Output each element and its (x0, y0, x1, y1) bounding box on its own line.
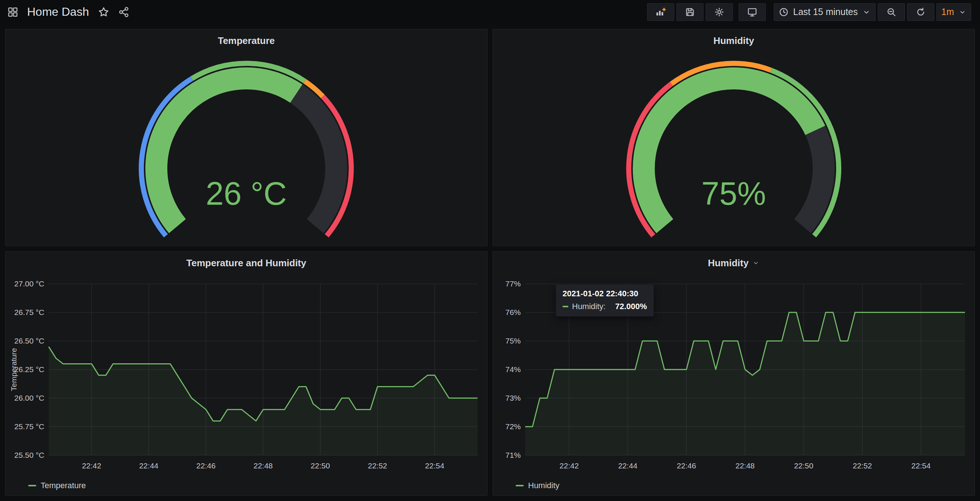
refresh-interval-picker[interactable]: 1m (936, 3, 971, 21)
zoom-out-time-button[interactable] (878, 3, 905, 21)
svg-text:22:52: 22:52 (368, 461, 387, 470)
svg-text:22:48: 22:48 (735, 461, 755, 470)
time-range-label: Last 15 minutes (793, 6, 858, 17)
svg-text:73%: 73% (505, 394, 521, 402)
svg-text:75%: 75% (505, 337, 521, 345)
navbar: Home Dash (0, 0, 980, 24)
svg-text:22:52: 22:52 (853, 461, 872, 470)
svg-text:26.00 °C: 26.00 °C (14, 394, 44, 402)
dashboard-grid-icon[interactable] (7, 6, 18, 17)
refresh-button[interactable] (907, 3, 934, 21)
tooltip-timestamp: 2021-01-02 22:40:30 (563, 289, 647, 299)
temperature-gauge: 26 °C (5, 52, 487, 246)
svg-text:22:46: 22:46 (677, 461, 696, 470)
save-dashboard-button[interactable] (676, 3, 703, 21)
share-icon[interactable] (118, 6, 129, 17)
refresh-interval-label: 1m (941, 6, 954, 17)
chevron-down-icon (958, 8, 966, 16)
panel-title-humidity-series[interactable]: Humidity (493, 251, 975, 274)
svg-text:72%: 72% (505, 422, 521, 431)
panel-title-text: Temperature and Humidity (186, 258, 306, 269)
panel-title-text: Humidity (713, 35, 754, 46)
chevron-down-icon (862, 8, 871, 16)
panel-title-temperature[interactable]: Temperature (5, 29, 487, 52)
panel-title-temperature-series[interactable]: Temperature and Humidity (5, 251, 487, 274)
legend-dash (515, 485, 524, 486)
svg-text:74%: 74% (505, 365, 521, 374)
legend-label[interactable]: Temperature (41, 481, 86, 490)
svg-text:77%: 77% (505, 280, 521, 288)
legend-humidity[interactable]: Humidity (493, 476, 975, 496)
panel-humidity-series: Humidity 2021-01-02 22:40:30 Humidity: 7… (493, 251, 975, 496)
star-icon[interactable] (98, 6, 110, 18)
svg-text:76%: 76% (505, 308, 521, 317)
add-panel-button[interactable] (647, 3, 674, 21)
panel-temperature-gauge: Temperature 26 °C (5, 29, 487, 246)
svg-text:22:54: 22:54 (425, 461, 445, 470)
svg-text:22:44: 22:44 (618, 461, 638, 470)
panel-temperature-series: Temperature and Humidity 25.50 °C25.75 °… (5, 251, 487, 496)
legend-temperature[interactable]: Temperature (5, 476, 487, 496)
svg-text:22:44: 22:44 (139, 461, 159, 470)
svg-text:22:42: 22:42 (560, 461, 579, 470)
panel-humidity-gauge: Humidity 75% (493, 29, 975, 246)
dashboard-grid: Temperature 26 °C Humidity 75% Temperatu… (0, 24, 980, 501)
svg-text:22:50: 22:50 (310, 461, 330, 470)
panel-title-text: Temperature (218, 35, 275, 46)
tooltip-value: 72.000% (615, 302, 647, 311)
svg-text:26.50 °C: 26.50 °C (14, 337, 44, 345)
svg-text:22:54: 22:54 (912, 461, 931, 470)
zoom-out-icon (886, 7, 897, 17)
temperature-chart[interactable]: 25.50 °C25.75 °C26.00 °C26.25 °C26.50 °C… (5, 274, 487, 476)
dashboard-title[interactable]: Home Dash (27, 5, 89, 19)
humidity-chart[interactable]: 2021-01-02 22:40:30 Humidity: 72.000% 71… (493, 274, 975, 476)
legend-label[interactable]: Humidity (528, 481, 560, 490)
legend-dash (28, 485, 36, 486)
gear-icon (714, 7, 724, 17)
tooltip-series-label: Humidity: (572, 302, 606, 311)
svg-text:27.00 °C: 27.00 °C (14, 280, 44, 288)
svg-text:26.25 °C: 26.25 °C (14, 365, 44, 374)
svg-text:22:50: 22:50 (794, 461, 813, 470)
refresh-icon (916, 7, 926, 17)
svg-text:25.75 °C: 25.75 °C (14, 422, 44, 431)
cycle-view-mode-button[interactable] (739, 3, 766, 21)
monitor-icon (747, 7, 757, 17)
svg-text:26 °C: 26 °C (206, 175, 287, 212)
panel-title-text: Humidity (708, 258, 749, 269)
add-panel-icon (655, 7, 666, 17)
time-range-picker[interactable]: Last 15 minutes (774, 3, 876, 21)
svg-text:26.75 °C: 26.75 °C (14, 308, 44, 317)
svg-text:71%: 71% (505, 451, 521, 459)
humidity-gauge: 75% (493, 52, 975, 246)
panel-menu-caret-icon[interactable] (752, 259, 759, 267)
svg-text:22:48: 22:48 (253, 461, 273, 470)
svg-text:Temperature: Temperature (10, 348, 18, 391)
clock-icon (779, 7, 789, 17)
svg-text:22:46: 22:46 (196, 461, 216, 470)
svg-text:22:42: 22:42 (82, 461, 102, 470)
svg-text:75%: 75% (701, 175, 766, 212)
svg-text:25.50 °C: 25.50 °C (14, 451, 44, 459)
dashboard-settings-button[interactable] (706, 3, 733, 21)
chart-tooltip: 2021-01-02 22:40:30 Humidity: 72.000% (556, 285, 654, 317)
panel-title-humidity-gauge[interactable]: Humidity (493, 29, 975, 52)
save-icon (685, 7, 695, 17)
tooltip-series-dash (563, 306, 568, 307)
